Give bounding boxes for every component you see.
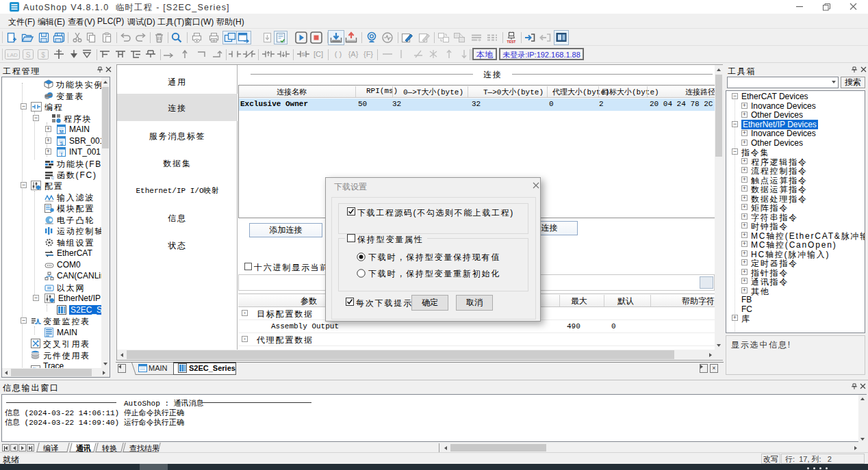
svg-text:( ): ( ): [335, 50, 342, 58]
svg-text:I: I: [61, 152, 62, 157]
svg-text:S: S: [301, 51, 305, 57]
svg-text:TEST: TEST: [507, 40, 516, 44]
svg-text:S: S: [26, 51, 31, 59]
svg-text:LAD: LAD: [7, 52, 18, 58]
svg-text:M: M: [60, 129, 64, 134]
svg-text:{F}: {F}: [363, 50, 373, 58]
svg-text:S: S: [60, 141, 64, 146]
svg-text:[C]: [C]: [314, 50, 323, 58]
svg-text:{A}: {A}: [348, 50, 359, 58]
svg-text:O: O: [51, 176, 54, 179]
svg-text:$: $: [41, 51, 45, 59]
